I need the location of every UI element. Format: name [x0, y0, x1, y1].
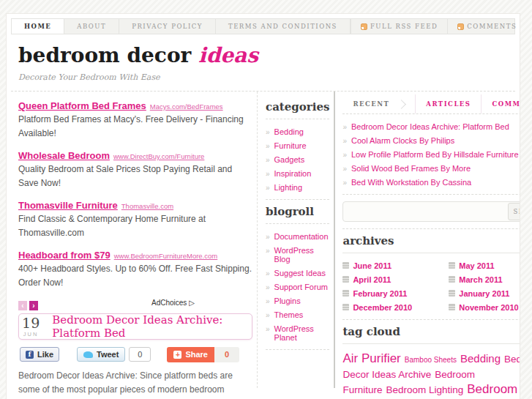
archive-month-item[interactable]: May 2011: [449, 258, 520, 272]
ad-prev-button[interactable]: ‹: [18, 301, 27, 310]
search-input[interactable]: [344, 204, 508, 220]
site-title[interactable]: bedroom decor ideas: [18, 43, 508, 67]
post-title-link[interactable]: Bedroom Decor Ideas Archive: Platform Be…: [42, 313, 252, 340]
calendar-icon: [342, 290, 349, 297]
nav-tab[interactable]: ABOUT: [64, 19, 119, 34]
ad-title-link[interactable]: Queen Platform Bed Frames: [18, 100, 146, 111]
ad-url-link[interactable]: www.DirectBuy.com/Furniture: [113, 152, 204, 160]
sidebar-tab[interactable]: RECENT: [342, 94, 415, 113]
category-item[interactable]: »Bedding: [266, 124, 329, 138]
bullet-icon: »: [342, 123, 347, 131]
recent-post-item[interactable]: »Bed With Workstation By Cassina: [342, 175, 520, 189]
bullet-icon: »: [266, 233, 270, 241]
post-body: Bedroom Decor Ideas Archive: Since platf…: [18, 369, 252, 399]
tag-link[interactable]: Air Purifier: [342, 351, 400, 365]
tweet-button[interactable]: Tweet: [77, 347, 125, 362]
separator: [342, 194, 520, 195]
nav-tab[interactable]: PRIVACY POLICY: [119, 19, 216, 34]
archive-month-item[interactable]: November 2010: [449, 300, 520, 314]
nav-tab[interactable]: HOME: [12, 19, 64, 34]
post-date-badge: 19 JUN: [19, 315, 42, 338]
ad-url-link[interactable]: Macys.com/BedFrames: [150, 102, 223, 111]
blogroll-link: WordPress Planet: [274, 324, 330, 342]
archive-month-item[interactable]: January 2011: [449, 286, 520, 300]
bullet-icon: »: [266, 297, 270, 305]
category-link: Furniture: [274, 141, 307, 150]
blogroll-item[interactable]: »WordPress Planet: [266, 321, 329, 344]
recent-post-link: Low Profile Platform Bed By Hillsdale Fu…: [351, 150, 519, 159]
calendar-icon: [342, 276, 349, 283]
page-container: HOMEABOUTPRIVACY POLICYTERMS AND CONDITI…: [6, 13, 520, 399]
blogroll-item[interactable]: »WordPress Blog: [266, 243, 329, 266]
blogroll-item[interactable]: »Suggest Ideas: [266, 266, 329, 280]
post-date-month: JUN: [19, 332, 42, 338]
share-plus-icon: +: [173, 351, 181, 359]
recent-post-item[interactable]: »Solid Wood Bed Frames By More: [342, 161, 520, 175]
category-item[interactable]: »Furniture: [266, 138, 329, 152]
category-item[interactable]: »Gadgets: [266, 152, 329, 166]
bullet-icon: »: [266, 156, 270, 164]
sidebar-tab[interactable]: ARTICLES: [415, 94, 481, 113]
archive-month-item[interactable]: April 2011: [342, 272, 449, 286]
separator: [266, 349, 329, 350]
tag-link[interactable]: Bedding: [460, 352, 501, 365]
bullet-icon: »: [266, 311, 270, 319]
blogroll-link: Documentation: [274, 232, 329, 241]
facebook-icon: f: [26, 351, 34, 359]
recent-post-link: Solid Wood Bed Frames By More: [351, 164, 471, 173]
ad-title-link[interactable]: Thomasville Furniture: [18, 200, 118, 211]
ad-url-link[interactable]: www.BedroomFurnitureMore.com: [114, 252, 218, 260]
feed-link[interactable]: COMMENTS FEED: [447, 19, 520, 34]
tweet-count[interactable]: 0: [129, 347, 151, 362]
right-sidebar: RECENTARTICLESCOMMENTS »Bedroom Decor Id…: [335, 92, 520, 388]
categories-heading: categories: [266, 100, 329, 113]
blogroll-item[interactable]: »Plugins: [266, 294, 329, 307]
archives-list: June 2011May 2011April 2011March 2011Feb…: [342, 258, 520, 314]
recent-post-item[interactable]: »Bedroom Decor Ideas Archive: Platform B…: [342, 119, 520, 133]
ad-title-link[interactable]: Wholesale Bedroom: [18, 150, 110, 161]
adchoices-link[interactable]: AdChoices ▷: [151, 299, 195, 307]
bullet-icon: »: [342, 137, 347, 145]
category-item[interactable]: »Inspiration: [266, 166, 329, 180]
bullet-icon: »: [266, 170, 270, 178]
mid-sidebar: categories »Bedding»Furniture»Gadgets»In…: [257, 92, 335, 388]
recent-post-item[interactable]: »Low Profile Platform Bed By Hillsdale F…: [342, 147, 520, 161]
archive-month-link: December 2010: [353, 303, 412, 312]
recent-post-item[interactable]: »Cool Alarm Clocks By Philips: [342, 133, 520, 147]
archive-month-link: November 2010: [459, 303, 518, 312]
tag-link[interactable]: Bedroom Lighting: [386, 384, 463, 395]
blogroll-item[interactable]: »Support Forum: [266, 280, 329, 294]
archive-month-item[interactable]: June 2011: [342, 258, 449, 272]
category-item[interactable]: »Lighting: [266, 180, 329, 194]
site-title-main: bedroom decor: [18, 43, 198, 67]
search-button[interactable]: SEARCH: [508, 203, 520, 220]
archive-month-link: January 2011: [459, 289, 509, 298]
blogroll-item[interactable]: »Themes: [266, 307, 329, 321]
ad-description: Platform Bed Frames at Macy's. Free Deli…: [18, 113, 252, 141]
blogroll-link: Support Forum: [274, 283, 328, 291]
sidebar-tab[interactable]: COMMENTS: [481, 94, 520, 113]
share-count[interactable]: 0: [214, 347, 239, 362]
like-label: Like: [37, 350, 53, 359]
archive-month-item[interactable]: February 2011: [342, 286, 449, 300]
separator: [342, 343, 520, 344]
feed-link[interactable]: FULL RSS FEED: [351, 19, 447, 34]
blogroll-link: Plugins: [274, 297, 301, 305]
calendar-icon: [449, 304, 455, 310]
share-button[interactable]: + Share: [167, 347, 214, 362]
post-body-text: Bedroom Decor Ideas Archive: Since platf…: [18, 370, 241, 399]
blogroll-item[interactable]: »Documentation: [266, 229, 329, 243]
ad-item: Thomasville FurnitureThomasville.com Fin…: [18, 198, 252, 240]
rss-icon: [361, 23, 367, 30]
archive-month-item[interactable]: December 2010: [342, 300, 449, 314]
archive-month-item[interactable]: March 2011: [449, 272, 520, 286]
tag-link[interactable]: Bamboo Sheets: [405, 356, 457, 364]
archive-month-link: March 2011: [459, 275, 502, 284]
ad-url-link[interactable]: Thomasville.com: [121, 202, 173, 210]
nav-tab[interactable]: TERMS AND CONDITIONS: [216, 19, 351, 34]
facebook-like-button[interactable]: f Like: [20, 347, 59, 362]
blogroll-link: Suggest Ideas: [274, 269, 326, 277]
ad-next-button[interactable]: ›: [29, 301, 38, 310]
ad-title-link[interactable]: Headboard from $79: [18, 250, 110, 261]
recent-post-link: Bed With Workstation By Cassina: [351, 178, 471, 187]
